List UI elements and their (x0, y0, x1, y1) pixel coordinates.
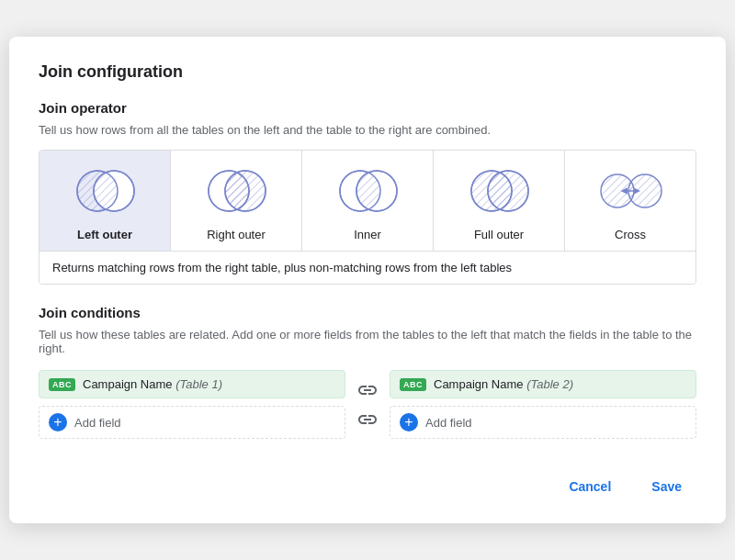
left-field-row: ABC Campaign Name (Table 1) (39, 370, 345, 398)
right-field-row: ABC Campaign Name (Table 2) (390, 370, 696, 398)
join-options: Left outer (40, 151, 695, 252)
dialog-title: Join configuration (39, 62, 696, 82)
right-table-ref: (Table 2) (526, 377, 573, 391)
cross-label: Cross (615, 228, 646, 241)
join-operator-desc: Tell us how rows from all the tables on … (39, 123, 696, 137)
right-add-field-button[interactable]: + Add field (390, 406, 696, 439)
link-icon-bottom (356, 409, 379, 431)
save-button[interactable]: Save (637, 472, 696, 501)
full-outer-diagram (462, 163, 536, 218)
left-field-name: Campaign Name (Table 1) (83, 377, 222, 391)
left-conditions-col: ABC Campaign Name (Table 1) + Add field (39, 370, 345, 439)
right-field-name: Campaign Name (Table 2) (434, 377, 573, 391)
left-add-field-label: Add field (74, 416, 121, 430)
join-option-full-outer[interactable]: Full outer (434, 151, 565, 251)
right-conditions-col: ABC Campaign Name (Table 2) + Add field (390, 370, 696, 439)
join-option-inner[interactable]: Inner (302, 151, 434, 251)
right-outer-label: Right outer (207, 228, 266, 241)
right-plus-icon: + (400, 413, 418, 431)
join-operator-box: Left outer (39, 150, 696, 285)
join-selected-description: Returns matching rows from the right tab… (40, 252, 695, 284)
join-operator-title: Join operator (39, 100, 696, 116)
left-outer-label: Left outer (77, 228, 132, 241)
join-option-cross[interactable]: Cross (565, 151, 695, 251)
left-add-field-button[interactable]: + Add field (39, 406, 345, 439)
conditions-row: ABC Campaign Name (Table 1) + Add field (39, 370, 696, 439)
right-add-field-label: Add field (425, 416, 472, 430)
cross-diagram (594, 163, 667, 218)
full-outer-label: Full outer (474, 228, 524, 241)
link-icon-col (356, 379, 379, 431)
left-outer-diagram (68, 163, 141, 218)
left-abc-icon: ABC (49, 378, 75, 391)
left-plus-icon: + (49, 413, 67, 431)
join-configuration-dialog: Join configuration Join operator Tell us… (9, 37, 726, 523)
join-option-right-outer[interactable]: Right outer (171, 151, 302, 251)
join-conditions-desc: Tell us how these tables are related. Ad… (39, 328, 696, 355)
inner-label: Inner (354, 228, 381, 241)
join-conditions-title: Join conditions (39, 305, 696, 320)
inner-diagram (331, 163, 404, 218)
link-icon-top (356, 379, 379, 401)
left-table-ref: (Table 1) (175, 377, 222, 391)
cancel-button[interactable]: Cancel (554, 472, 626, 501)
right-abc-icon: ABC (400, 378, 426, 391)
join-conditions-section: Join conditions Tell us how these tables… (39, 305, 696, 439)
join-option-left-outer[interactable]: Left outer (40, 151, 171, 251)
dialog-footer: Cancel Save (39, 465, 696, 501)
right-outer-diagram (199, 163, 273, 218)
